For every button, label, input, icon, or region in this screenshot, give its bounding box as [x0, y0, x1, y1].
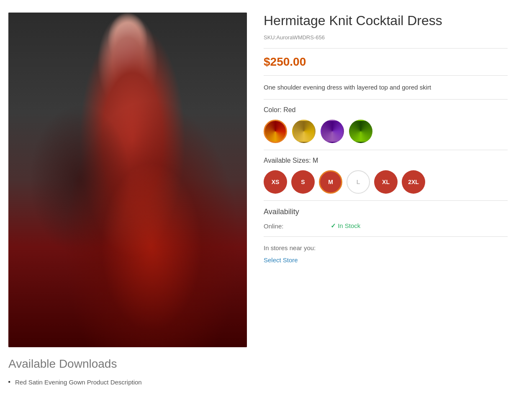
color-swatch-green[interactable] — [349, 120, 372, 143]
divider-3 — [264, 99, 508, 100]
online-availability-row: Online: In Stock — [264, 222, 508, 230]
availability-heading: Availability — [264, 207, 508, 216]
download-item[interactable]: Red Satin Evening Gown Product Descripti… — [8, 377, 247, 387]
product-sku: SKU:AuroraWMDRS-656 — [264, 34, 508, 41]
size-btn-l[interactable]: L — [347, 170, 370, 194]
stores-near-you-label: In stores near you: — [264, 243, 508, 253]
left-column: Available Downloads Red Satin Evening Go… — [8, 13, 247, 387]
product-price: $250.00 — [264, 55, 508, 69]
color-swatch-red[interactable] — [264, 120, 287, 143]
product-title: Hermitage Knit Cocktail Dress — [264, 13, 508, 28]
color-swatches — [264, 120, 508, 143]
color-label: Color: Red — [264, 106, 508, 114]
stores-section: In stores near you: Select Store — [264, 243, 508, 264]
divider-4 — [264, 150, 508, 150]
downloads-list: Red Satin Evening Gown Product Descripti… — [8, 377, 247, 387]
color-swatch-gold[interactable] — [292, 120, 316, 143]
divider-5 — [264, 200, 508, 201]
online-label: Online: — [264, 223, 297, 230]
in-stock-badge: In Stock — [331, 222, 360, 230]
product-description: One shoulder evening dress with layered … — [264, 82, 508, 92]
select-store-link[interactable]: Select Store — [264, 256, 298, 264]
size-btn-2xl[interactable]: 2XL — [402, 170, 425, 194]
page-container: Available Downloads Red Satin Evening Go… — [0, 0, 516, 400]
size-btn-xs[interactable]: XS — [264, 170, 287, 194]
product-image — [8, 13, 247, 347]
size-btn-m[interactable]: M — [319, 170, 342, 194]
size-btn-s[interactable]: S — [291, 170, 315, 194]
availability-section: Availability Online: In Stock In stores … — [264, 207, 508, 264]
color-swatch-purple[interactable] — [321, 120, 344, 143]
sku-value: AuroraWMDRS-656 — [276, 34, 325, 41]
available-downloads-section: Available Downloads Red Satin Evening Go… — [8, 357, 247, 387]
sizes-label: Available Sizes: M — [264, 157, 508, 164]
downloads-heading: Available Downloads — [8, 357, 247, 371]
size-btn-xl[interactable]: XL — [374, 170, 398, 194]
size-options: XS S M L XL 2XL — [264, 170, 508, 194]
divider-6 — [264, 236, 508, 237]
divider-1 — [264, 48, 508, 49]
sku-label: SKU: — [264, 34, 276, 41]
divider-2 — [264, 75, 508, 76]
right-column: Hermitage Knit Cocktail Dress SKU:Aurora… — [264, 13, 508, 387]
